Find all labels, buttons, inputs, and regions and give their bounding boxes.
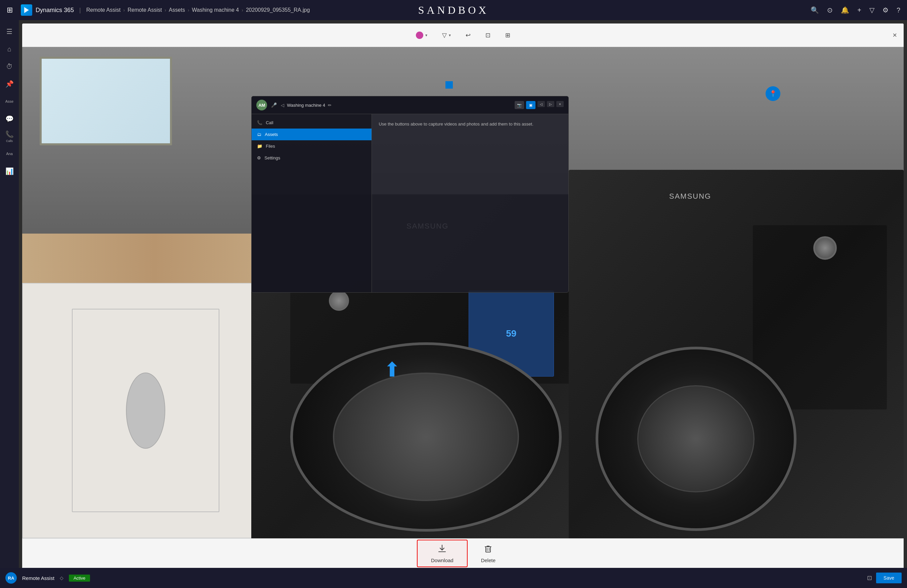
screen-icon[interactable]: ⊡ — [867, 574, 872, 582]
sidebar-item-chat[interactable]: 💬 — [2, 111, 18, 127]
diamond-separator-icon: ◇ — [60, 575, 64, 581]
search-icon[interactable]: 🔍 — [811, 6, 819, 14]
top-navigation: ⊞ Dynamics 365 | Remote Assist › Remote … — [0, 0, 907, 20]
hololens-video-btn[interactable]: 📷 — [514, 101, 524, 109]
pin-icon: 📌 — [5, 80, 14, 88]
filter-icon[interactable]: ▽ — [869, 6, 874, 14]
assets-icon: 🗂 — [257, 132, 261, 137]
hololens-nav-settings[interactable]: ⚙ Settings — [252, 152, 372, 164]
sidebar-item-analytics[interactable]: Ana — [2, 145, 18, 162]
breadcrumb-item-3[interactable]: Assets — [169, 7, 185, 13]
nav-right-actions: 🔍 ⊙ 🔔 + ▽ ⚙ ? — [811, 6, 900, 14]
chat-icon: 💬 — [5, 115, 14, 123]
breadcrumb-item-2[interactable]: Remote Assist — [128, 7, 162, 13]
color-picker-button[interactable]: ▾ — [412, 30, 431, 41]
home-icon: ⌂ — [7, 45, 11, 53]
user-avatar: RA — [5, 572, 17, 584]
crop-button[interactable]: ⊡ — [482, 30, 494, 41]
breadcrumb-item-1[interactable]: Remote Assist — [87, 7, 120, 13]
image-display-area: SAMSUNG 59 SAMSUNG — [22, 47, 904, 538]
delete-button[interactable]: Delete — [468, 540, 509, 567]
sidebar-item-menu[interactable]: ☰ — [2, 24, 18, 40]
save-button[interactable]: Save — [876, 572, 902, 583]
modal-action-bar: Download Delete — [22, 538, 904, 568]
sandbox-title: SANDBOX — [418, 4, 489, 16]
bottom-right-area: ⊡ Save — [867, 572, 902, 583]
svg-marker-0 — [24, 7, 29, 13]
modal-close-button[interactable]: × — [893, 32, 897, 39]
filter-tool-button[interactable]: ▽ ▾ — [439, 30, 454, 41]
brand-text[interactable]: Dynamics 365 — [35, 7, 74, 14]
breadcrumb-item-4[interactable]: Washing machine 4 — [192, 7, 239, 13]
sidebar-item-pinned[interactable]: 📌 — [2, 76, 18, 92]
sidebar-item-chart[interactable]: 📊 — [2, 163, 18, 179]
hololens-capture-btn[interactable]: ▣ — [526, 101, 535, 109]
breadcrumb: Remote Assist › Remote Assist › Assets ›… — [87, 7, 310, 13]
phone-icon: 📞 — [5, 130, 14, 138]
hololens-nav-settings-label: Settings — [264, 155, 280, 160]
settings-icon[interactable]: ⚙ — [883, 6, 889, 14]
left-sidebar: ☰ ⌂ ⏱ 📌 Asse 💬 📞 Calls Ana 📊 — [0, 20, 19, 568]
analytics-label: Ana — [6, 152, 13, 156]
scene-window — [40, 57, 172, 145]
undo-button[interactable]: ↩ — [462, 30, 474, 41]
dryer-drum — [596, 347, 796, 531]
sidebar-item-assets[interactable]: Asse — [2, 93, 18, 109]
download-button[interactable]: Download — [417, 540, 468, 567]
hololens-body: 📞 Call 🗂 Assets 📁 Files — [252, 114, 568, 292]
sidebar-item-home[interactable]: ⌂ — [2, 41, 18, 57]
hololens-next-btn[interactable]: ▷ — [547, 101, 554, 107]
notifications-icon[interactable]: 🔔 — [841, 6, 849, 14]
hololens-mic-icon: 🎤 — [271, 102, 277, 108]
delete-label: Delete — [481, 558, 495, 563]
recent-icon: ⏱ — [6, 63, 13, 70]
hololens-nav: 📞 Call 🗂 Assets 📁 Files — [252, 114, 372, 292]
brand-area: Dynamics 365 — [21, 4, 74, 16]
main-content-area: ▾ ▽ ▾ ↩ ⊡ ⊞ × — [19, 20, 907, 568]
undo-icon: ↩ — [466, 32, 471, 39]
svg-rect-2 — [486, 547, 490, 552]
color-dot — [416, 32, 423, 39]
filter-icon: ▽ — [442, 32, 447, 39]
breadcrumb-item-5[interactable]: 20200929_095355_RA.jpg — [246, 7, 310, 13]
sidebar-item-calls[interactable]: 📞 Calls — [2, 128, 18, 144]
hololens-prev-btn[interactable]: ◁ — [537, 101, 545, 107]
color-chevron-icon: ▾ — [425, 33, 427, 38]
capture-marker — [445, 81, 453, 89]
hololens-nav-files-label: Files — [266, 144, 275, 149]
breadcrumb-chevron-4: › — [242, 7, 243, 13]
washing-machine-image: SAMSUNG 59 SAMSUNG — [22, 47, 904, 538]
frame-button[interactable]: ⊞ — [502, 30, 514, 41]
calls-label: Calls — [6, 139, 13, 143]
image-viewer-modal: ▾ ▽ ▾ ↩ ⊡ ⊞ × — [22, 24, 904, 568]
scene-cabinet — [22, 283, 269, 538]
sidebar-item-recent[interactable]: ⏱ — [2, 58, 18, 75]
hololens-nav-call[interactable]: 📞 Call — [252, 117, 372, 129]
breadcrumb-chevron-1: › — [123, 7, 125, 13]
washer-drum-inner — [333, 372, 519, 501]
hololens-nav-assets[interactable]: 🗂 Assets — [252, 129, 372, 140]
chart-icon: 📊 — [5, 167, 14, 175]
hololens-nav-files[interactable]: 📁 Files — [252, 140, 372, 152]
call-icon: 📞 — [257, 120, 262, 125]
hololens-ui-panel: AM 🎤 ◁ Washing machine 4 ✏ 📷 ▣ ◁ ▷ — [251, 96, 569, 292]
washer-drum — [290, 342, 562, 532]
dynamics-logo — [21, 4, 32, 16]
hololens-back-icon: ◁ — [281, 103, 284, 108]
hololens-title-area: ◁ Washing machine 4 ✏ — [281, 103, 511, 108]
apps-grid-icon[interactable]: ⊞ — [7, 6, 13, 14]
bottom-app-name: Remote Assist — [22, 575, 54, 581]
scene-dryer: SAMSUNG — [569, 170, 904, 538]
scene-counter — [22, 233, 287, 283]
files-icon: 📁 — [257, 144, 262, 149]
settings-icon: ⚙ — [257, 155, 261, 160]
help-icon[interactable]: ? — [897, 6, 900, 14]
hololens-edit-icon[interactable]: ✏ — [328, 103, 332, 108]
filter-chevron-icon: ▾ — [449, 33, 451, 38]
recent-icon[interactable]: ⊙ — [827, 6, 833, 14]
add-icon[interactable]: + — [857, 6, 861, 14]
breadcrumb-chevron-2: › — [165, 7, 166, 13]
pin-annotation-button[interactable]: 📍 — [766, 86, 780, 101]
hololens-close-btn[interactable]: × — [556, 101, 564, 107]
hololens-btn-group: 📷 ▣ ◁ ▷ × — [514, 101, 564, 109]
